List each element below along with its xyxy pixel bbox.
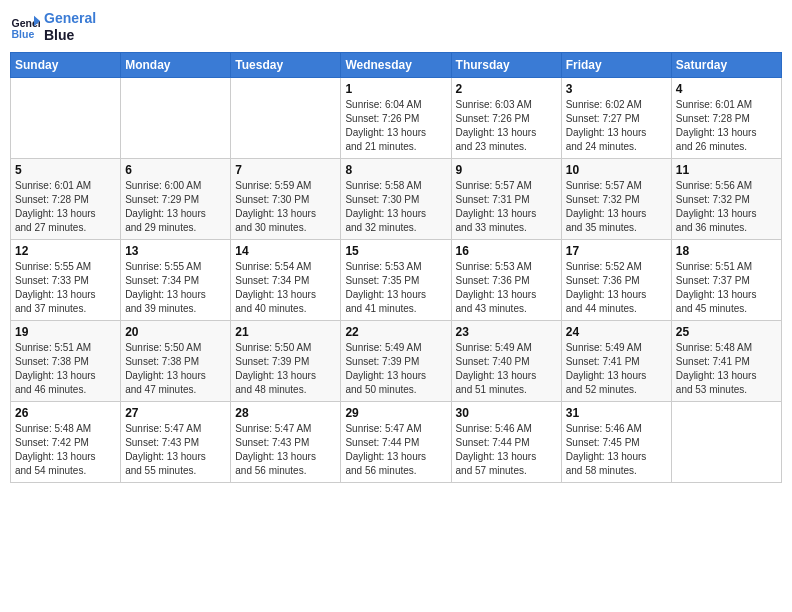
- calendar-cell: 20Sunrise: 5:50 AM Sunset: 7:38 PM Dayli…: [121, 320, 231, 401]
- day-number: 27: [125, 406, 226, 420]
- calendar-cell: 28Sunrise: 5:47 AM Sunset: 7:43 PM Dayli…: [231, 401, 341, 482]
- day-number: 9: [456, 163, 557, 177]
- day-info: Sunrise: 6:01 AM Sunset: 7:28 PM Dayligh…: [676, 98, 777, 154]
- calendar-cell: 10Sunrise: 5:57 AM Sunset: 7:32 PM Dayli…: [561, 158, 671, 239]
- day-number: 11: [676, 163, 777, 177]
- day-number: 5: [15, 163, 116, 177]
- day-info: Sunrise: 5:54 AM Sunset: 7:34 PM Dayligh…: [235, 260, 336, 316]
- day-info: Sunrise: 5:53 AM Sunset: 7:35 PM Dayligh…: [345, 260, 446, 316]
- day-number: 13: [125, 244, 226, 258]
- day-number: 6: [125, 163, 226, 177]
- calendar-cell: 15Sunrise: 5:53 AM Sunset: 7:35 PM Dayli…: [341, 239, 451, 320]
- day-info: Sunrise: 6:02 AM Sunset: 7:27 PM Dayligh…: [566, 98, 667, 154]
- calendar-cell: [121, 77, 231, 158]
- day-number: 31: [566, 406, 667, 420]
- day-info: Sunrise: 5:49 AM Sunset: 7:40 PM Dayligh…: [456, 341, 557, 397]
- day-number: 3: [566, 82, 667, 96]
- day-number: 28: [235, 406, 336, 420]
- day-info: Sunrise: 6:04 AM Sunset: 7:26 PM Dayligh…: [345, 98, 446, 154]
- day-info: Sunrise: 5:49 AM Sunset: 7:39 PM Dayligh…: [345, 341, 446, 397]
- day-number: 4: [676, 82, 777, 96]
- day-info: Sunrise: 5:51 AM Sunset: 7:37 PM Dayligh…: [676, 260, 777, 316]
- day-number: 18: [676, 244, 777, 258]
- calendar-cell: 7Sunrise: 5:59 AM Sunset: 7:30 PM Daylig…: [231, 158, 341, 239]
- day-number: 2: [456, 82, 557, 96]
- calendar-cell: 30Sunrise: 5:46 AM Sunset: 7:44 PM Dayli…: [451, 401, 561, 482]
- weekday-header: Monday: [121, 52, 231, 77]
- calendar-week-row: 1Sunrise: 6:04 AM Sunset: 7:26 PM Daylig…: [11, 77, 782, 158]
- day-number: 1: [345, 82, 446, 96]
- day-info: Sunrise: 5:46 AM Sunset: 7:44 PM Dayligh…: [456, 422, 557, 478]
- weekday-header: Sunday: [11, 52, 121, 77]
- calendar-cell: 11Sunrise: 5:56 AM Sunset: 7:32 PM Dayli…: [671, 158, 781, 239]
- calendar-cell: 14Sunrise: 5:54 AM Sunset: 7:34 PM Dayli…: [231, 239, 341, 320]
- calendar-cell: 23Sunrise: 5:49 AM Sunset: 7:40 PM Dayli…: [451, 320, 561, 401]
- day-number: 7: [235, 163, 336, 177]
- calendar-week-row: 19Sunrise: 5:51 AM Sunset: 7:38 PM Dayli…: [11, 320, 782, 401]
- calendar-cell: 5Sunrise: 6:01 AM Sunset: 7:28 PM Daylig…: [11, 158, 121, 239]
- logo-text: GeneralBlue: [44, 10, 96, 44]
- day-info: Sunrise: 5:53 AM Sunset: 7:36 PM Dayligh…: [456, 260, 557, 316]
- logo-icon: General Blue: [10, 12, 40, 42]
- day-number: 30: [456, 406, 557, 420]
- calendar-cell: 29Sunrise: 5:47 AM Sunset: 7:44 PM Dayli…: [341, 401, 451, 482]
- weekday-header: Saturday: [671, 52, 781, 77]
- day-info: Sunrise: 6:03 AM Sunset: 7:26 PM Dayligh…: [456, 98, 557, 154]
- day-info: Sunrise: 5:48 AM Sunset: 7:42 PM Dayligh…: [15, 422, 116, 478]
- day-info: Sunrise: 5:55 AM Sunset: 7:34 PM Dayligh…: [125, 260, 226, 316]
- calendar-cell: 12Sunrise: 5:55 AM Sunset: 7:33 PM Dayli…: [11, 239, 121, 320]
- day-info: Sunrise: 5:47 AM Sunset: 7:43 PM Dayligh…: [125, 422, 226, 478]
- weekday-header: Thursday: [451, 52, 561, 77]
- day-number: 12: [15, 244, 116, 258]
- day-number: 20: [125, 325, 226, 339]
- day-number: 10: [566, 163, 667, 177]
- calendar-cell: 3Sunrise: 6:02 AM Sunset: 7:27 PM Daylig…: [561, 77, 671, 158]
- day-info: Sunrise: 5:49 AM Sunset: 7:41 PM Dayligh…: [566, 341, 667, 397]
- calendar-cell: [231, 77, 341, 158]
- day-info: Sunrise: 5:46 AM Sunset: 7:45 PM Dayligh…: [566, 422, 667, 478]
- calendar-header-row: SundayMondayTuesdayWednesdayThursdayFrid…: [11, 52, 782, 77]
- calendar-cell: 21Sunrise: 5:50 AM Sunset: 7:39 PM Dayli…: [231, 320, 341, 401]
- calendar-table: SundayMondayTuesdayWednesdayThursdayFrid…: [10, 52, 782, 483]
- weekday-header: Tuesday: [231, 52, 341, 77]
- day-info: Sunrise: 5:51 AM Sunset: 7:38 PM Dayligh…: [15, 341, 116, 397]
- weekday-header: Friday: [561, 52, 671, 77]
- day-number: 23: [456, 325, 557, 339]
- svg-text:Blue: Blue: [12, 27, 35, 39]
- calendar-cell: 19Sunrise: 5:51 AM Sunset: 7:38 PM Dayli…: [11, 320, 121, 401]
- calendar-cell: 22Sunrise: 5:49 AM Sunset: 7:39 PM Dayli…: [341, 320, 451, 401]
- day-info: Sunrise: 6:01 AM Sunset: 7:28 PM Dayligh…: [15, 179, 116, 235]
- day-info: Sunrise: 5:56 AM Sunset: 7:32 PM Dayligh…: [676, 179, 777, 235]
- day-number: 16: [456, 244, 557, 258]
- calendar-cell: 27Sunrise: 5:47 AM Sunset: 7:43 PM Dayli…: [121, 401, 231, 482]
- day-number: 29: [345, 406, 446, 420]
- day-number: 24: [566, 325, 667, 339]
- calendar-cell: [671, 401, 781, 482]
- calendar-cell: 18Sunrise: 5:51 AM Sunset: 7:37 PM Dayli…: [671, 239, 781, 320]
- day-info: Sunrise: 5:57 AM Sunset: 7:32 PM Dayligh…: [566, 179, 667, 235]
- day-info: Sunrise: 5:50 AM Sunset: 7:39 PM Dayligh…: [235, 341, 336, 397]
- logo: General Blue GeneralBlue: [10, 10, 96, 44]
- calendar-cell: 8Sunrise: 5:58 AM Sunset: 7:30 PM Daylig…: [341, 158, 451, 239]
- day-info: Sunrise: 5:52 AM Sunset: 7:36 PM Dayligh…: [566, 260, 667, 316]
- calendar-cell: 17Sunrise: 5:52 AM Sunset: 7:36 PM Dayli…: [561, 239, 671, 320]
- calendar-cell: 9Sunrise: 5:57 AM Sunset: 7:31 PM Daylig…: [451, 158, 561, 239]
- day-info: Sunrise: 5:58 AM Sunset: 7:30 PM Dayligh…: [345, 179, 446, 235]
- calendar-cell: 16Sunrise: 5:53 AM Sunset: 7:36 PM Dayli…: [451, 239, 561, 320]
- day-number: 22: [345, 325, 446, 339]
- day-info: Sunrise: 5:55 AM Sunset: 7:33 PM Dayligh…: [15, 260, 116, 316]
- day-number: 21: [235, 325, 336, 339]
- day-number: 17: [566, 244, 667, 258]
- calendar-cell: [11, 77, 121, 158]
- day-info: Sunrise: 6:00 AM Sunset: 7:29 PM Dayligh…: [125, 179, 226, 235]
- calendar-cell: 31Sunrise: 5:46 AM Sunset: 7:45 PM Dayli…: [561, 401, 671, 482]
- calendar-week-row: 5Sunrise: 6:01 AM Sunset: 7:28 PM Daylig…: [11, 158, 782, 239]
- day-number: 15: [345, 244, 446, 258]
- calendar-cell: 13Sunrise: 5:55 AM Sunset: 7:34 PM Dayli…: [121, 239, 231, 320]
- day-number: 19: [15, 325, 116, 339]
- day-info: Sunrise: 5:57 AM Sunset: 7:31 PM Dayligh…: [456, 179, 557, 235]
- day-number: 14: [235, 244, 336, 258]
- calendar-cell: 26Sunrise: 5:48 AM Sunset: 7:42 PM Dayli…: [11, 401, 121, 482]
- calendar-cell: 25Sunrise: 5:48 AM Sunset: 7:41 PM Dayli…: [671, 320, 781, 401]
- calendar-week-row: 26Sunrise: 5:48 AM Sunset: 7:42 PM Dayli…: [11, 401, 782, 482]
